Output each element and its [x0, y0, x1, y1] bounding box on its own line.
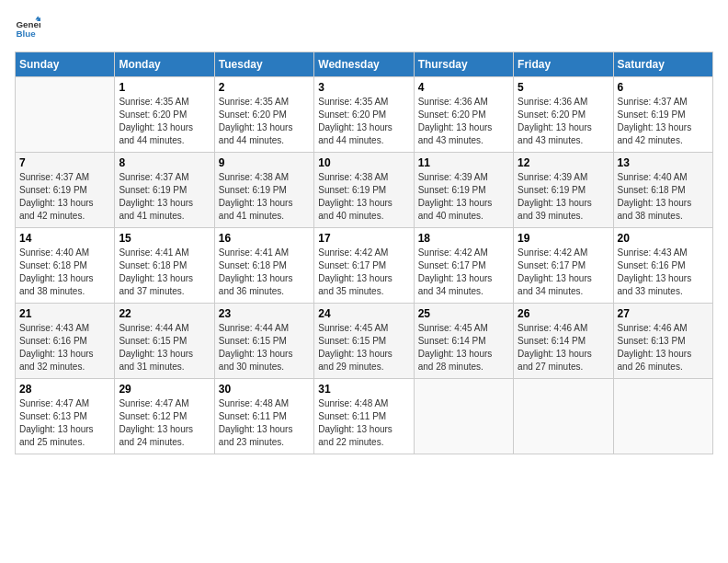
calendar-cell: 25Sunrise: 4:45 AM Sunset: 6:14 PM Dayli… [414, 304, 513, 379]
calendar-cell: 28Sunrise: 4:47 AM Sunset: 6:13 PM Dayli… [16, 379, 115, 454]
day-number: 23 [219, 307, 310, 320]
day-info: Sunrise: 4:37 AM Sunset: 6:19 PM Dayligh… [119, 171, 210, 223]
calendar-cell: 11Sunrise: 4:39 AM Sunset: 6:19 PM Dayli… [414, 153, 513, 228]
day-number: 21 [19, 307, 110, 320]
day-number: 6 [618, 81, 709, 94]
day-info: Sunrise: 4:47 AM Sunset: 6:12 PM Dayligh… [119, 397, 210, 449]
day-info: Sunrise: 4:40 AM Sunset: 6:18 PM Dayligh… [618, 171, 709, 223]
calendar-cell: 16Sunrise: 4:41 AM Sunset: 6:18 PM Dayli… [214, 228, 313, 304]
calendar-day-header: Saturday [613, 52, 712, 77]
day-number: 16 [219, 232, 310, 245]
calendar-cell: 24Sunrise: 4:45 AM Sunset: 6:15 PM Dayli… [314, 304, 414, 379]
page-header: General Blue [15, 15, 713, 40]
calendar-cell: 31Sunrise: 4:48 AM Sunset: 6:11 PM Dayli… [314, 379, 414, 454]
day-info: Sunrise: 4:35 AM Sunset: 6:20 PM Dayligh… [219, 96, 310, 147]
logo: General Blue [15, 15, 44, 40]
day-info: Sunrise: 4:44 AM Sunset: 6:15 PM Dayligh… [219, 322, 310, 373]
day-number: 17 [318, 232, 409, 245]
day-number: 31 [318, 383, 409, 396]
calendar-day-header: Thursday [414, 52, 513, 77]
calendar-cell [514, 379, 613, 454]
svg-text:Blue: Blue [16, 29, 36, 39]
calendar-cell [16, 77, 115, 153]
calendar-week-row: 14Sunrise: 4:40 AM Sunset: 6:18 PM Dayli… [16, 228, 713, 304]
calendar-cell: 22Sunrise: 4:44 AM Sunset: 6:15 PM Dayli… [115, 304, 214, 379]
calendar-cell: 15Sunrise: 4:41 AM Sunset: 6:18 PM Dayli… [115, 228, 214, 304]
calendar-cell: 19Sunrise: 4:42 AM Sunset: 6:17 PM Dayli… [514, 228, 613, 304]
calendar-day-header: Tuesday [214, 52, 313, 77]
day-number: 3 [318, 81, 409, 94]
day-number: 25 [418, 307, 509, 320]
day-number: 5 [518, 81, 609, 94]
day-info: Sunrise: 4:39 AM Sunset: 6:19 PM Dayligh… [518, 171, 609, 223]
calendar-cell: 6Sunrise: 4:37 AM Sunset: 6:19 PM Daylig… [613, 77, 712, 153]
day-info: Sunrise: 4:46 AM Sunset: 6:14 PM Dayligh… [518, 322, 609, 373]
day-info: Sunrise: 4:48 AM Sunset: 6:11 PM Dayligh… [318, 397, 409, 449]
day-info: Sunrise: 4:42 AM Sunset: 6:17 PM Dayligh… [418, 247, 509, 298]
calendar-week-row: 7Sunrise: 4:37 AM Sunset: 6:19 PM Daylig… [16, 153, 713, 228]
calendar-cell: 10Sunrise: 4:38 AM Sunset: 6:19 PM Dayli… [314, 153, 414, 228]
day-info: Sunrise: 4:38 AM Sunset: 6:19 PM Dayligh… [219, 171, 310, 223]
calendar-cell: 4Sunrise: 4:36 AM Sunset: 6:20 PM Daylig… [414, 77, 513, 153]
calendar-cell: 20Sunrise: 4:43 AM Sunset: 6:16 PM Dayli… [613, 228, 712, 304]
day-info: Sunrise: 4:41 AM Sunset: 6:18 PM Dayligh… [119, 247, 210, 298]
day-number: 22 [119, 307, 210, 320]
calendar-cell: 1Sunrise: 4:35 AM Sunset: 6:20 PM Daylig… [115, 77, 214, 153]
calendar-cell: 26Sunrise: 4:46 AM Sunset: 6:14 PM Dayli… [514, 304, 613, 379]
day-number: 26 [518, 307, 609, 320]
calendar-day-header: Friday [514, 52, 613, 77]
calendar-day-header: Monday [115, 52, 214, 77]
day-number: 20 [618, 232, 709, 245]
day-number: 30 [219, 383, 310, 396]
calendar-day-header: Sunday [16, 52, 115, 77]
calendar-day-header: Wednesday [314, 52, 414, 77]
day-info: Sunrise: 4:40 AM Sunset: 6:18 PM Dayligh… [19, 247, 110, 298]
day-number: 12 [518, 156, 609, 169]
day-number: 14 [19, 232, 110, 245]
day-info: Sunrise: 4:41 AM Sunset: 6:18 PM Dayligh… [219, 247, 310, 298]
day-number: 29 [119, 383, 210, 396]
calendar-cell: 18Sunrise: 4:42 AM Sunset: 6:17 PM Dayli… [414, 228, 513, 304]
day-number: 27 [618, 307, 709, 320]
calendar-cell [613, 379, 712, 454]
day-info: Sunrise: 4:43 AM Sunset: 6:16 PM Dayligh… [19, 322, 110, 373]
calendar-cell: 14Sunrise: 4:40 AM Sunset: 6:18 PM Dayli… [16, 228, 115, 304]
day-info: Sunrise: 4:37 AM Sunset: 6:19 PM Dayligh… [19, 171, 110, 223]
day-info: Sunrise: 4:35 AM Sunset: 6:20 PM Dayligh… [119, 96, 210, 147]
day-number: 2 [219, 81, 310, 94]
logo-icon: General Blue [15, 15, 40, 40]
calendar-cell: 9Sunrise: 4:38 AM Sunset: 6:19 PM Daylig… [214, 153, 313, 228]
calendar-cell [414, 379, 513, 454]
day-info: Sunrise: 4:44 AM Sunset: 6:15 PM Dayligh… [119, 322, 210, 373]
calendar-week-row: 28Sunrise: 4:47 AM Sunset: 6:13 PM Dayli… [16, 379, 713, 454]
day-info: Sunrise: 4:43 AM Sunset: 6:16 PM Dayligh… [618, 247, 709, 298]
calendar-cell: 12Sunrise: 4:39 AM Sunset: 6:19 PM Dayli… [514, 153, 613, 228]
day-info: Sunrise: 4:39 AM Sunset: 6:19 PM Dayligh… [418, 171, 509, 223]
day-number: 18 [418, 232, 509, 245]
day-info: Sunrise: 4:42 AM Sunset: 6:17 PM Dayligh… [318, 247, 409, 298]
day-number: 10 [318, 156, 409, 169]
calendar-cell: 13Sunrise: 4:40 AM Sunset: 6:18 PM Dayli… [613, 153, 712, 228]
calendar-week-row: 1Sunrise: 4:35 AM Sunset: 6:20 PM Daylig… [16, 77, 713, 153]
day-info: Sunrise: 4:36 AM Sunset: 6:20 PM Dayligh… [518, 96, 609, 147]
day-number: 15 [119, 232, 210, 245]
day-info: Sunrise: 4:36 AM Sunset: 6:20 PM Dayligh… [418, 96, 509, 147]
day-info: Sunrise: 4:45 AM Sunset: 6:14 PM Dayligh… [418, 322, 509, 373]
calendar-cell: 21Sunrise: 4:43 AM Sunset: 6:16 PM Dayli… [16, 304, 115, 379]
day-number: 13 [618, 156, 709, 169]
day-number: 24 [318, 307, 409, 320]
calendar-cell: 5Sunrise: 4:36 AM Sunset: 6:20 PM Daylig… [514, 77, 613, 153]
day-info: Sunrise: 4:47 AM Sunset: 6:13 PM Dayligh… [19, 397, 110, 449]
day-number: 28 [19, 383, 110, 396]
calendar-cell: 8Sunrise: 4:37 AM Sunset: 6:19 PM Daylig… [115, 153, 214, 228]
day-number: 4 [418, 81, 509, 94]
calendar-cell: 27Sunrise: 4:46 AM Sunset: 6:13 PM Dayli… [613, 304, 712, 379]
day-number: 8 [119, 156, 210, 169]
day-info: Sunrise: 4:35 AM Sunset: 6:20 PM Dayligh… [318, 96, 409, 147]
calendar-cell: 29Sunrise: 4:47 AM Sunset: 6:12 PM Dayli… [115, 379, 214, 454]
day-info: Sunrise: 4:37 AM Sunset: 6:19 PM Dayligh… [618, 96, 709, 147]
day-number: 11 [418, 156, 509, 169]
day-info: Sunrise: 4:48 AM Sunset: 6:11 PM Dayligh… [219, 397, 310, 449]
calendar-cell: 2Sunrise: 4:35 AM Sunset: 6:20 PM Daylig… [214, 77, 313, 153]
calendar-cell: 30Sunrise: 4:48 AM Sunset: 6:11 PM Dayli… [214, 379, 313, 454]
